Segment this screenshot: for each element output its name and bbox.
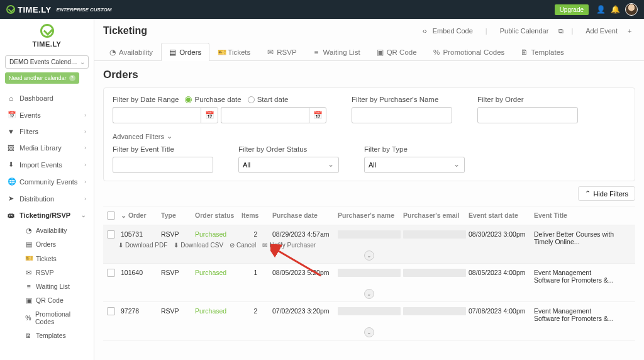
hide-filters-button[interactable]: ⌃Hide Filters: [578, 186, 635, 201]
cell-estart: 08/05/2023 4:00pm: [469, 269, 531, 276]
cell-estart: 08/30/2023 3:00pm: [469, 230, 531, 238]
nav-label: Filters: [19, 128, 38, 135]
row-checkbox[interactable]: [107, 230, 115, 239]
sidebar-item-distribution[interactable]: ➤Distribution›: [0, 190, 94, 207]
content: Orders Filter by Date Range Purchase dat…: [94, 61, 644, 352]
expand-row-button[interactable]: ⌄: [364, 250, 374, 261]
sidebar-item-import-events[interactable]: ⬇Import Events›: [0, 156, 94, 173]
tab-icon: ✉: [267, 48, 274, 57]
external-link-icon: ⧉: [555, 27, 562, 35]
date-to-picker[interactable]: 📅: [309, 107, 326, 123]
bell-icon[interactable]: 🔔: [611, 5, 618, 14]
expand-row-button[interactable]: ⌄: [364, 289, 374, 299]
row-checkbox[interactable]: [107, 307, 115, 315]
need-calendar-button[interactable]: Need another calendar: [5, 72, 79, 84]
col-pdate[interactable]: Purchase date: [272, 211, 335, 219]
purchase-date-radio[interactable]: [185, 96, 192, 103]
cell-etitle: Deliver Better Courses with Timely Onlin…: [534, 230, 616, 245]
tab-waiting-list[interactable]: ≡Waiting List: [305, 43, 369, 61]
calendar-select[interactable]: DEMO Events Calendar (M... ⌄: [5, 55, 89, 69]
logo-icon: [40, 24, 54, 38]
cell-order: 101640: [121, 269, 158, 276]
sidebar-subitem-availability[interactable]: ◔Availability: [18, 223, 94, 237]
col-estart[interactable]: Event start date: [469, 211, 531, 219]
col-items[interactable]: Items: [242, 211, 270, 219]
cancel-icon: ⊘: [230, 242, 235, 249]
chevron-down-icon: ⌄: [80, 59, 84, 65]
nav: ⌂Dashboard📅Events›▼Filters›🖼Media Librar…: [0, 90, 94, 223]
sidebar-item-community-events[interactable]: 🌐Community Events›: [0, 173, 94, 190]
col-status[interactable]: Order status: [195, 211, 239, 219]
advanced-filters-toggle[interactable]: Advanced Filters ⌄: [113, 132, 626, 140]
tab-label: QR Code: [387, 48, 417, 56]
mail-icon: ✉: [262, 242, 267, 249]
calendar-selected-label: DEMO Events Calendar (M...: [9, 59, 80, 65]
add-event-link[interactable]: Add Event+: [578, 27, 635, 35]
col-type[interactable]: Type: [161, 211, 192, 219]
nav-label: Dashboard: [19, 94, 53, 102]
tab-rsvp[interactable]: ✉RSVP: [258, 43, 304, 61]
sidebar: TIME.LY DEMO Events Calendar (M... ⌄ Nee…: [0, 19, 94, 360]
sidebar-subitem-waiting-list[interactable]: ≡Waiting List: [18, 279, 94, 293]
nav-icon: 🗎: [25, 332, 32, 339]
user-icon[interactable]: 👤: [596, 5, 603, 14]
embed-code-link[interactable]: ‹›Embed Code: [415, 27, 480, 35]
col-order[interactable]: ⌄ Order: [121, 211, 158, 219]
table-row: 105731 RSVP Purchased 2 08/29/2023 4:57a…: [103, 225, 635, 264]
col-etitle[interactable]: Event Title: [534, 211, 616, 219]
sidebar-item-media-library[interactable]: 🖼Media Library›: [0, 140, 94, 156]
code-icon: ‹›: [419, 27, 426, 35]
nav-icon: ◔: [25, 227, 32, 234]
tab-icon: ◔: [109, 48, 116, 57]
download-icon: ⬇: [174, 242, 179, 249]
sidebar-subitem-promotional-codes[interactable]: %Promotional Codes: [18, 307, 94, 329]
sidebar-subitem-rsvp[interactable]: ✉RSVP: [18, 266, 94, 279]
sidebar-subitem-qr-code[interactable]: ▣QR Code: [18, 293, 94, 307]
filter-status-select[interactable]: [238, 157, 339, 173]
chevron-icon: ›: [84, 128, 86, 135]
sidebar-item-ticketing-rsvp[interactable]: 🎟Ticketing/RSVP⌄: [0, 207, 94, 223]
filter-event-input[interactable]: [113, 157, 213, 173]
start-date-radio[interactable]: [248, 96, 255, 103]
date-from-input[interactable]: [113, 107, 201, 123]
date-from-picker[interactable]: 📅: [201, 107, 218, 123]
sidebar-item-filters[interactable]: ▼Filters›: [0, 123, 94, 140]
tab-promotional-codes[interactable]: %Promotional Codes: [425, 43, 513, 61]
tab-icon: 🗎: [521, 48, 528, 56]
tab-tickets[interactable]: 🎫Tickets: [209, 43, 258, 61]
col-pemail[interactable]: Purchaser's email: [403, 211, 466, 219]
avatar[interactable]: [625, 3, 638, 16]
sidebar-subitem-tickets[interactable]: 🎫Tickets: [18, 251, 94, 266]
separator: |: [571, 27, 573, 35]
main-header: Ticketing ‹›Embed Code | Public Calendar…: [94, 19, 644, 43]
tab-orders[interactable]: ▤Orders: [161, 43, 209, 61]
upgrade-button[interactable]: Upgrade: [555, 4, 589, 15]
row-checkbox[interactable]: [107, 269, 115, 277]
filter-order-input[interactable]: [477, 107, 578, 123]
date-to-input[interactable]: [221, 107, 309, 123]
nav-label: Promotional Codes: [35, 310, 86, 325]
sidebar-subitem-templates[interactable]: 🗎Templates: [18, 329, 94, 342]
expand-row-button[interactable]: ⌄: [364, 327, 374, 337]
tab-templates[interactable]: 🗎Templates: [513, 43, 572, 61]
sidebar-item-events[interactable]: 📅Events›: [0, 106, 94, 123]
sidebar-item-dashboard[interactable]: ⌂Dashboard: [0, 90, 94, 106]
tab-icon: %: [433, 48, 440, 56]
nav-label: Ticketing/RSVP: [19, 211, 70, 219]
public-calendar-link[interactable]: Public Calendar⧉: [492, 27, 567, 35]
nav-icon: ▼: [8, 128, 14, 135]
nav-label: Orders: [36, 240, 56, 248]
download-csv-action[interactable]: ⬇Download CSV: [174, 242, 223, 249]
filter-type-select[interactable]: [364, 157, 465, 173]
filter-name-input[interactable]: [352, 107, 452, 123]
download-pdf-action[interactable]: ⬇Download PDF: [118, 242, 167, 249]
sidebar-subitem-orders[interactable]: ▤Orders: [18, 237, 94, 251]
cell-status: Purchased: [195, 269, 239, 276]
notify-action[interactable]: ✉Notify Purchaser: [262, 242, 316, 249]
tab-availability[interactable]: ◔Availability: [101, 43, 161, 61]
select-all-checkbox[interactable]: [107, 211, 115, 220]
tab-qr-code[interactable]: ▣QR Code: [369, 43, 425, 61]
cancel-action[interactable]: ⊘Cancel: [230, 242, 256, 249]
col-pname[interactable]: Purchaser's name: [338, 211, 401, 219]
chevron-icon: ›: [84, 179, 86, 185]
